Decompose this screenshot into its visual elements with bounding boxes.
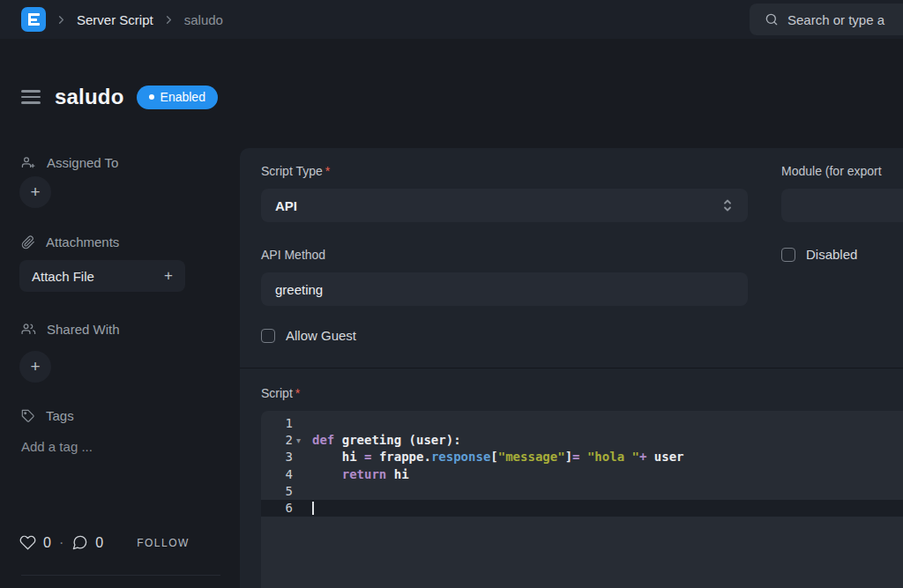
code-line[interactable]: 4 return hi bbox=[261, 466, 903, 483]
sidebar-item-assigned-to[interactable]: Assigned To bbox=[21, 155, 118, 170]
checkbox-icon bbox=[781, 248, 795, 262]
sidebar-item-shared-with[interactable]: Shared With bbox=[21, 322, 120, 337]
code-text bbox=[312, 500, 314, 517]
comment-icon[interactable] bbox=[71, 534, 88, 551]
line-number: 2 bbox=[261, 432, 293, 449]
checkbox-icon bbox=[261, 329, 275, 343]
allow-guest-checkbox[interactable]: Allow Guest bbox=[261, 328, 356, 343]
line-number: 3 bbox=[261, 449, 293, 465]
line-number: 4 bbox=[261, 466, 293, 483]
text-cursor bbox=[312, 502, 314, 515]
users-icon bbox=[21, 322, 36, 337]
search-icon bbox=[765, 12, 779, 26]
plus-icon: + bbox=[164, 267, 173, 285]
required-asterisk: * bbox=[295, 386, 300, 400]
code-line[interactable]: 6 bbox=[261, 500, 903, 517]
script-label: Script* bbox=[261, 386, 300, 400]
line-number: 5 bbox=[261, 483, 293, 500]
code-lines: 12▾def greeting (user):3 hi = frappe.res… bbox=[261, 415, 903, 517]
code-line[interactable]: 2▾def greeting (user): bbox=[261, 432, 903, 449]
api-method-input[interactable]: greeting bbox=[261, 272, 748, 306]
module-input[interactable] bbox=[781, 189, 903, 222]
sidebar-item-tags[interactable]: Tags bbox=[21, 408, 74, 423]
search-placeholder: Search or type a bbox=[787, 12, 884, 27]
code-line[interactable]: 5 bbox=[261, 483, 903, 500]
dot-separator: · bbox=[59, 535, 63, 551]
follow-button[interactable]: FOLLOW bbox=[137, 537, 190, 549]
section-divider bbox=[240, 368, 903, 368]
sidebar-footer: 0 · 0 FOLLOW bbox=[19, 534, 190, 551]
breadcrumb-docname: saludo bbox=[184, 12, 223, 27]
code-editor[interactable]: 12▾def greeting (user):3 hi = frappe.res… bbox=[261, 411, 903, 588]
comment-count: 0 bbox=[95, 535, 103, 551]
code-text: return hi bbox=[312, 466, 409, 483]
sidebar: Assigned To + Attachments Attach File + … bbox=[0, 116, 238, 588]
add-assignment-button[interactable]: + bbox=[19, 176, 51, 208]
global-search-input[interactable]: Search or type a bbox=[750, 4, 903, 35]
erpnext-logo-icon bbox=[28, 13, 40, 26]
page-title: saludo bbox=[55, 85, 124, 109]
document-header: saludo Enabled bbox=[21, 78, 218, 116]
sidebar-divider bbox=[21, 575, 220, 576]
fold-arrow-icon[interactable]: ▾ bbox=[293, 432, 312, 449]
disabled-checkbox[interactable]: Disabled bbox=[781, 247, 857, 262]
code-line[interactable]: 3 hi = frappe.response["message"]= "hola… bbox=[261, 449, 903, 465]
navbar: Server Script saludo Search or type a bbox=[0, 0, 903, 39]
code-text: hi = frappe.response["message"]= "hola "… bbox=[312, 449, 684, 465]
attach-file-button[interactable]: Attach File + bbox=[19, 260, 185, 292]
line-number: 6 bbox=[261, 500, 293, 517]
add-tag-input[interactable]: Add a tag ... bbox=[21, 439, 93, 454]
sidebar-toggle-icon[interactable] bbox=[21, 90, 41, 104]
status-dot-icon bbox=[149, 94, 154, 100]
chevron-right-icon bbox=[55, 13, 68, 26]
breadcrumb-doctype[interactable]: Server Script bbox=[77, 12, 153, 27]
module-label: Module (for export bbox=[781, 164, 882, 178]
code-text: def greeting (user): bbox=[312, 432, 461, 449]
required-asterisk: * bbox=[325, 164, 330, 178]
script-type-select[interactable]: API bbox=[261, 189, 748, 222]
add-share-button[interactable]: + bbox=[19, 351, 51, 383]
status-badge: Enabled bbox=[137, 86, 218, 109]
paperclip-icon bbox=[21, 235, 35, 249]
user-plus-icon bbox=[21, 155, 36, 170]
sidebar-item-attachments[interactable]: Attachments bbox=[21, 234, 119, 249]
api-method-label: API Method bbox=[261, 248, 325, 262]
line-number: 1 bbox=[261, 415, 293, 432]
heart-icon[interactable] bbox=[19, 534, 36, 551]
tag-icon bbox=[21, 409, 35, 423]
app-logo[interactable] bbox=[21, 7, 46, 32]
code-line[interactable]: 1 bbox=[261, 415, 903, 432]
script-type-label: Script Type* bbox=[261, 164, 330, 178]
select-chevrons-icon bbox=[721, 197, 734, 213]
like-count: 0 bbox=[43, 535, 51, 551]
form-card: Script Type* API Module (for export API … bbox=[240, 148, 903, 588]
chevron-right-icon bbox=[162, 13, 175, 26]
